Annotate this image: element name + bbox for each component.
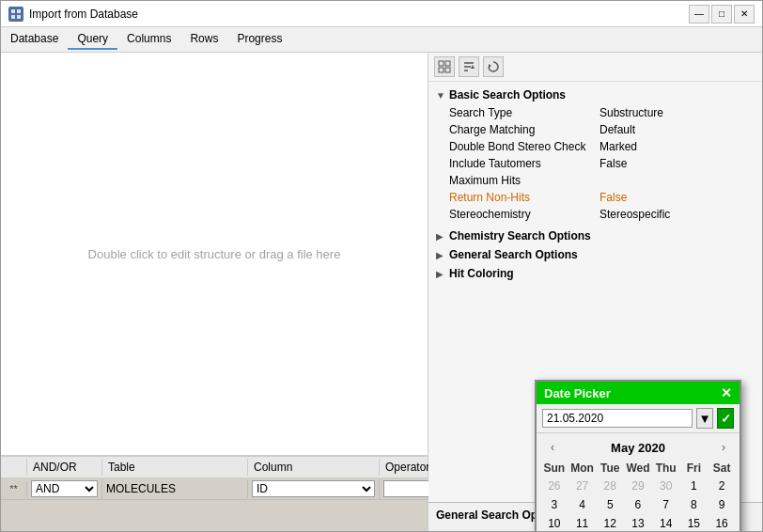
date-input[interactable] <box>542 409 693 428</box>
calendar-day[interactable]: 30 <box>652 477 680 495</box>
calendar-day[interactable]: 12 <box>596 514 624 531</box>
option-value-dbsc: Marked <box>600 140 637 153</box>
general-search-header[interactable]: ▶ General Search Options <box>428 245 762 264</box>
left-panel: Double click to edit structure or drag a… <box>1 53 428 531</box>
table-cell: MOLECULES <box>102 480 248 497</box>
calendar-day[interactable]: 4 <box>568 495 597 514</box>
row-indicator: ** <box>1 481 27 496</box>
calendar-day[interactable]: 14 <box>652 514 680 531</box>
option-value-stereo: Stereospecific <box>600 208 670 221</box>
menu-database[interactable]: Database <box>1 29 68 50</box>
date-picker-overlay: Date Picker ✕ ▼ ✓ ‹ May 2020 <box>535 380 741 531</box>
calendar-day[interactable]: 16 <box>708 514 736 531</box>
column-select[interactable]: ID <box>252 480 375 497</box>
andor-select[interactable]: AND OR <box>31 480 98 497</box>
col-header-table: Table <box>102 459 248 476</box>
menu-columns[interactable]: Columns <box>117 29 180 50</box>
calendar-nav: ‹ May 2020 › <box>540 437 736 458</box>
svg-rect-7 <box>445 68 450 72</box>
option-value-charge: Default <box>600 123 635 136</box>
calendar-day[interactable]: 13 <box>624 514 652 531</box>
option-label-tautomers: Include Tautomers <box>449 157 600 170</box>
svg-rect-3 <box>17 15 21 19</box>
minimize-button[interactable]: — <box>689 5 709 23</box>
option-value-search-type: Substructure <box>600 106 663 119</box>
basic-search-chevron: ▼ <box>436 90 445 101</box>
day-header-mon: Mon <box>568 460 597 477</box>
basic-search-header[interactable]: ▼ Basic Search Options <box>428 86 762 104</box>
general-search-chevron: ▶ <box>436 250 445 260</box>
table-row: ** AND OR MOLECULES ID <box>1 478 428 500</box>
calendar-day[interactable]: 8 <box>680 495 708 514</box>
calendar-day[interactable]: 26 <box>540 477 568 495</box>
hit-coloring-header[interactable]: ▶ Hit Coloring <box>428 264 762 283</box>
calendar-month-label: May 2020 <box>611 441 665 455</box>
menu-progress[interactable]: Progress <box>227 29 291 50</box>
reset-button[interactable] <box>483 56 504 77</box>
right-toolbar <box>428 53 762 82</box>
svg-marker-11 <box>471 65 475 69</box>
chemistry-search-title: Chemistry Search Options <box>449 229 591 243</box>
option-label-stereo: Stereochemistry <box>449 208 600 221</box>
search-options: ▼ Basic Search Options Search Type Subst… <box>428 82 762 287</box>
calendar-day[interactable]: 7 <box>652 495 680 514</box>
svg-rect-0 <box>11 9 15 13</box>
calendar-day[interactable]: 3 <box>540 495 568 514</box>
andor-cell: AND OR <box>27 478 102 499</box>
calendar-next-button[interactable]: › <box>715 439 732 456</box>
calendar-day[interactable]: 29 <box>624 477 652 495</box>
col-header-column: Column <box>248 459 380 476</box>
option-label-non-hits: Return Non-Hits <box>449 191 600 204</box>
calendar-day[interactable]: 11 <box>568 514 597 531</box>
menu-query[interactable]: Query <box>68 29 117 50</box>
calendar-day[interactable]: 27 <box>568 477 597 495</box>
option-row-non-hits: Return Non-Hits False <box>449 189 747 206</box>
menu-rows[interactable]: Rows <box>180 29 227 50</box>
day-header-thu: Thu <box>652 460 680 477</box>
query-grid-header: AND/OR Table Column Operator Value <box>1 457 428 478</box>
option-label-search-type: Search Type <box>449 106 600 119</box>
calendar-day[interactable]: 15 <box>680 514 708 531</box>
calendar-day[interactable]: 28 <box>596 477 624 495</box>
calendar-dropdown-icon: ▼ <box>698 412 710 426</box>
option-value-tautomers: False <box>600 157 627 170</box>
chemistry-search-header[interactable]: ▶ Chemistry Search Options <box>428 227 762 245</box>
hit-coloring-chevron: ▶ <box>436 269 445 279</box>
close-button[interactable]: ✕ <box>734 5 755 23</box>
sort-button[interactable] <box>459 56 479 77</box>
window-title: Import from Database <box>29 8 138 21</box>
calendar-day[interactable]: 9 <box>708 495 736 514</box>
window-controls: — □ ✕ <box>689 5 755 23</box>
main-content: Double click to edit structure or drag a… <box>1 53 762 531</box>
grid-view-button[interactable] <box>434 56 455 77</box>
calendar-day[interactable]: 1 <box>680 477 708 495</box>
option-row-dbsc: Double Bond Stereo Check Marked <box>449 138 747 155</box>
calendar-day[interactable]: 10 <box>540 514 568 531</box>
date-picker-title-bar: Date Picker ✕ <box>537 382 740 404</box>
option-label-max-hits: Maximum Hits <box>449 174 600 187</box>
day-header-sat: Sat <box>708 460 736 477</box>
calendar-prev-button[interactable]: ‹ <box>544 439 561 456</box>
menu-bar: Database Query Columns Rows Progress <box>1 27 762 53</box>
maximize-button[interactable]: □ <box>711 5 732 23</box>
calendar-day[interactable]: 6 <box>624 495 652 514</box>
hit-coloring-title: Hit Coloring <box>449 267 514 280</box>
day-header-fri: Fri <box>680 460 708 477</box>
date-picker-close-button[interactable]: ✕ <box>721 385 732 400</box>
date-picker-confirm-button[interactable]: ✓ <box>717 408 734 429</box>
col-header-andor: AND/OR <box>27 459 102 476</box>
date-picker-input-row: ▼ ✓ <box>537 404 740 433</box>
structure-area[interactable]: Double click to edit structure or drag a… <box>1 53 428 456</box>
svg-marker-12 <box>489 64 491 68</box>
calendar-day[interactable]: 5 <box>596 495 624 514</box>
day-header-wed: Wed <box>624 460 652 477</box>
day-header-sun: Sun <box>540 460 568 477</box>
option-value-non-hits: False <box>600 191 627 204</box>
calendar-day[interactable]: 2 <box>708 477 736 495</box>
date-picker-calendar-button[interactable]: ▼ <box>696 408 713 429</box>
date-picker: Date Picker ✕ ▼ ✓ ‹ May 2020 <box>535 380 741 531</box>
svg-rect-2 <box>11 15 15 19</box>
option-row-tautomers: Include Tautomers False <box>449 155 747 172</box>
col-header-num <box>1 459 27 476</box>
calendar: ‹ May 2020 › Sun Mon Tue Wed Thu <box>537 433 740 531</box>
